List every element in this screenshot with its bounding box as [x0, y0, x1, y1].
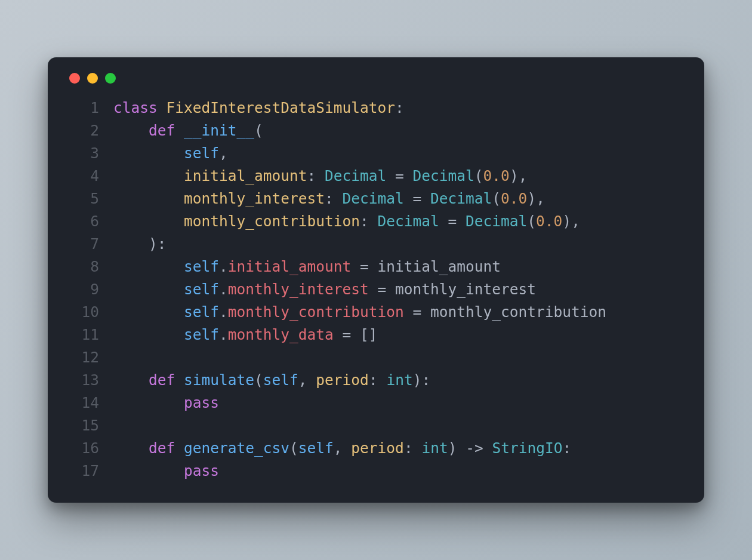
- token-op: :: [325, 190, 343, 207]
- token-slf: self: [184, 258, 219, 275]
- code-line: 1class FixedInterestDataSimulator:: [67, 97, 685, 119]
- line-content: monthly_contribution: Decimal = Decimal(…: [113, 210, 580, 233]
- line-number: 2: [67, 119, 99, 142]
- token-op: (: [254, 371, 263, 389]
- line-content: initial_amount: Decimal = Decimal(0.0),: [113, 165, 527, 187]
- token-op: [175, 439, 184, 457]
- line-content: class FixedInterestDataSimulator:: [113, 97, 404, 119]
- token-slf: self: [184, 281, 219, 298]
- token-attr: monthly_data: [228, 326, 334, 343]
- code-line: 9 self.monthly_interest = monthly_intere…: [67, 278, 685, 301]
- minimize-icon[interactable]: [87, 73, 98, 84]
- token-op: ),: [562, 213, 580, 230]
- line-number: 9: [67, 278, 99, 301]
- token-op: .: [219, 281, 228, 298]
- token-call: Decimal: [430, 190, 492, 207]
- line-number: 15: [67, 414, 99, 437]
- line-content: pass: [113, 392, 219, 414]
- token-call: Decimal: [413, 167, 474, 184]
- line-number: 14: [67, 392, 99, 414]
- token-attr: initial_amount: [228, 258, 352, 275]
- token-op: [113, 122, 149, 139]
- token-typ: StringIO: [492, 439, 562, 457]
- code-window: 1class FixedInterestDataSimulator:2 def …: [48, 57, 704, 502]
- token-op: =: [351, 258, 377, 275]
- token-op: :: [307, 167, 325, 184]
- token-prm: monthly_contribution: [184, 213, 360, 230]
- token-op: [113, 371, 149, 389]
- token-attr: monthly_contribution: [228, 303, 404, 321]
- code-line: 2 def __init__(: [67, 119, 685, 142]
- token-kw: class: [113, 99, 158, 116]
- code-line: 7 ):: [67, 233, 685, 256]
- token-op: (: [474, 167, 483, 184]
- token-kw: def: [149, 439, 175, 457]
- line-number: 5: [67, 187, 99, 210]
- line-content: monthly_interest: Decimal = Decimal(0.0)…: [113, 187, 545, 210]
- close-icon[interactable]: [69, 73, 80, 84]
- line-number: 10: [67, 301, 99, 324]
- token-op: [175, 122, 184, 139]
- code-line: 16 def generate_csv(self, period: int) -…: [67, 437, 685, 460]
- token-op: [113, 462, 184, 479]
- token-op: [113, 144, 184, 162]
- line-number: 17: [67, 460, 99, 482]
- token-op: ,: [334, 439, 352, 457]
- token-op: ),: [527, 190, 545, 207]
- line-content: self,: [113, 142, 228, 165]
- token-typ: Decimal: [325, 167, 386, 184]
- code-line: 14 pass: [67, 392, 685, 414]
- line-content: def generate_csv(self, period: int) -> S…: [113, 437, 571, 460]
- token-op: :: [360, 213, 378, 230]
- code-line: 17 pass: [67, 460, 685, 482]
- token-op: (: [527, 213, 536, 230]
- token-prm: period: [316, 371, 369, 389]
- line-number: 4: [67, 165, 99, 187]
- line-number: 8: [67, 256, 99, 278]
- code-line: 8 self.initial_amount = initial_amount: [67, 256, 685, 278]
- code-line: 3 self,: [67, 142, 685, 165]
- line-number: 7: [67, 233, 99, 256]
- token-typ: int: [386, 371, 412, 389]
- token-op: [113, 326, 184, 343]
- token-slf: self: [184, 326, 219, 343]
- window-controls: [67, 73, 685, 84]
- token-prm: initial_amount: [184, 167, 307, 184]
- line-number: 11: [67, 324, 99, 346]
- token-id: monthly_interest: [395, 281, 536, 298]
- line-number: 1: [67, 97, 99, 119]
- token-typ: Decimal: [343, 190, 404, 207]
- token-op: .: [219, 326, 228, 343]
- token-num: 0.0: [483, 167, 510, 184]
- token-fn: __init__: [184, 122, 254, 139]
- code-editor[interactable]: 1class FixedInterestDataSimulator:2 def …: [67, 97, 685, 482]
- token-id: monthly_contribution: [430, 303, 606, 321]
- code-line: 10 self.monthly_contribution = monthly_c…: [67, 301, 685, 324]
- token-id: initial_amount: [378, 258, 501, 275]
- code-line: 15: [67, 414, 685, 437]
- line-content: def simulate(self, period: int):: [113, 369, 430, 392]
- token-fn: simulate: [184, 371, 254, 389]
- token-slf: self: [298, 439, 334, 457]
- token-kw: pass: [184, 462, 219, 479]
- token-prm: monthly_interest: [184, 190, 325, 207]
- line-content: self.monthly_data = []: [113, 324, 378, 346]
- token-slf: self: [184, 303, 219, 321]
- token-op: [113, 281, 184, 298]
- token-typ: int: [421, 439, 448, 457]
- token-attr: monthly_interest: [228, 281, 369, 298]
- zoom-icon[interactable]: [105, 73, 116, 84]
- token-fn: generate_csv: [184, 439, 289, 457]
- token-op: [113, 394, 184, 411]
- line-number: 6: [67, 210, 99, 233]
- token-prm: period: [351, 439, 404, 457]
- token-kw: def: [149, 371, 175, 389]
- line-number: 16: [67, 437, 99, 460]
- line-content: self.monthly_interest = monthly_interest: [113, 278, 536, 301]
- token-call: Decimal: [466, 213, 527, 230]
- code-line: 12: [67, 346, 685, 369]
- token-num: 0.0: [501, 190, 527, 207]
- line-content: def __init__(: [113, 119, 263, 142]
- token-op: ):: [413, 371, 431, 389]
- token-op: (: [254, 122, 263, 139]
